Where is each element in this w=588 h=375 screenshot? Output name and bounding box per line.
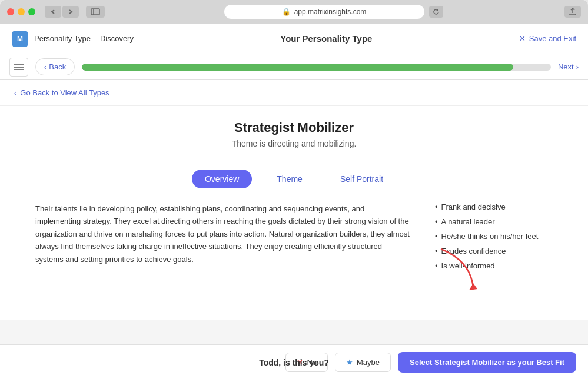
go-back-section: ‹ Go Back to View All Types xyxy=(0,80,588,106)
mac-traffic-lights xyxy=(7,8,35,15)
nav-personality-type[interactable]: Personality Type xyxy=(34,34,91,43)
content-left: Their talents lie in developing policy, … xyxy=(35,203,411,270)
maximize-button[interactable] xyxy=(28,8,35,15)
save-exit-label: Save and Exit xyxy=(529,34,576,43)
maybe-button[interactable]: ★ Maybe xyxy=(335,353,391,372)
tab-overview[interactable]: Overview xyxy=(192,170,252,188)
list-item: Frank and decisive xyxy=(435,203,553,211)
top-header: M Personality Type Discovery Your Person… xyxy=(0,24,588,54)
arrow-area xyxy=(0,284,588,320)
back-chevron-icon: ‹ xyxy=(44,62,46,71)
progress-bar-fill xyxy=(82,64,513,71)
svg-rect-0 xyxy=(91,9,99,15)
next-button[interactable]: Next › xyxy=(558,62,579,71)
arrow-icon xyxy=(435,243,482,298)
go-back-chevron-icon: ‹ xyxy=(14,88,16,97)
overview-description: Their talents lie in developing policy, … xyxy=(35,203,411,266)
minimize-button[interactable] xyxy=(18,8,25,15)
progress-bar xyxy=(82,64,551,71)
content-area: ‹ Go Back to View All Types Strategist M… xyxy=(0,80,588,344)
mac-window-chrome: 🔒 app.matrixinsights.com xyxy=(0,0,588,24)
next-chevron-icon: › xyxy=(576,62,579,71)
go-back-link[interactable]: ‹ Go Back to View All Types xyxy=(14,88,574,97)
list-item: He/she thinks on his/her feet xyxy=(435,232,553,241)
select-best-fit-button[interactable]: Select Strategist Mobilizer as your Best… xyxy=(398,352,576,373)
svg-marker-5 xyxy=(469,283,477,290)
star-icon: ★ xyxy=(346,358,353,367)
share-button[interactable] xyxy=(564,6,581,18)
list-item: A natural leader xyxy=(435,217,553,226)
refresh-button[interactable] xyxy=(429,6,443,18)
sidebar-toggle-button[interactable] xyxy=(86,6,105,18)
hamburger-button[interactable] xyxy=(9,58,28,77)
maybe-label: Maybe xyxy=(357,358,380,367)
mac-titlebar: 🔒 app.matrixinsights.com xyxy=(0,0,588,24)
bottom-bar: Todd, is this you? ✕ No ★ Maybe Select S… xyxy=(0,344,588,375)
select-label: Select Strategist Mobilizer as your Best… xyxy=(410,358,564,367)
personality-card: Strategist Mobilizer Theme is directing … xyxy=(0,106,588,160)
close-button[interactable] xyxy=(7,8,14,15)
tabs-container: Overview Theme Self Portrait xyxy=(0,160,588,188)
nav-links: Personality Type Discovery xyxy=(34,34,134,43)
back-button[interactable]: ‹ Back xyxy=(35,58,75,75)
tab-self-portrait[interactable]: Self Portrait xyxy=(327,170,396,188)
brand-icon: M xyxy=(12,31,28,47)
browser-nav xyxy=(45,6,79,18)
x-icon: ✕ xyxy=(519,34,526,43)
progress-row: ‹ Back Next › xyxy=(0,54,588,80)
back-label: Back xyxy=(49,62,66,71)
nav-discovery[interactable]: Discovery xyxy=(100,34,134,43)
brand-initial: M xyxy=(17,35,23,43)
page-title: Your Personality Type xyxy=(134,34,519,44)
go-back-label: Go Back to View All Types xyxy=(20,88,109,97)
bottom-question: Todd, is this you? xyxy=(259,358,329,367)
next-label: Next xyxy=(558,62,574,71)
address-bar: 🔒 app.matrixinsights.com xyxy=(109,5,557,19)
main-content: Their talents lie in developing policy, … xyxy=(0,188,588,284)
url-input[interactable]: 🔒 app.matrixinsights.com xyxy=(224,5,424,19)
browser-forward-button[interactable] xyxy=(62,6,79,18)
url-text: app.matrixinsights.com xyxy=(294,8,367,16)
tab-theme[interactable]: Theme xyxy=(264,170,315,188)
app-container: M Personality Type Discovery Your Person… xyxy=(0,24,588,375)
personality-title: Strategist Mobilizer xyxy=(12,120,576,135)
save-exit-button[interactable]: ✕ Save and Exit xyxy=(519,34,576,43)
personality-subtitle: Theme is directing and mobilizing. xyxy=(12,139,576,148)
lock-icon: 🔒 xyxy=(282,8,291,16)
browser-back-button[interactable] xyxy=(45,6,61,18)
